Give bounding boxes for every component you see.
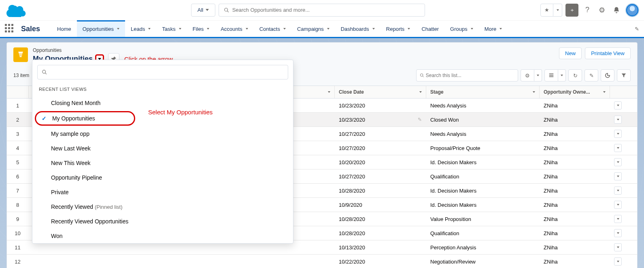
- row-action-menu[interactable]: [614, 187, 622, 195]
- col-owner[interactable]: Opportunity Owne...: [540, 86, 610, 98]
- col-close-date[interactable]: Close Date: [335, 86, 426, 98]
- nav-item-dashboards[interactable]: Dashboards: [335, 21, 380, 37]
- row-action-menu[interactable]: [614, 215, 622, 223]
- list-view-dropdown: RECENT LIST VIEWS Closing Next MonthMy O…: [32, 60, 293, 244]
- chevron-down-icon: [283, 28, 286, 30]
- list-controls-gear-menu[interactable]: [534, 69, 542, 81]
- filter-button[interactable]: [617, 69, 631, 81]
- setup-gear-icon[interactable]: ⚙: [596, 4, 608, 16]
- list-search[interactable]: [416, 69, 518, 81]
- inline-edit-button[interactable]: ✎: [584, 69, 598, 81]
- nav-item-contacts[interactable]: Contacts: [254, 21, 291, 37]
- col-stage[interactable]: Stage: [426, 86, 540, 98]
- chevron-down-icon[interactable]: [533, 91, 535, 93]
- list-view-search[interactable]: [37, 65, 288, 79]
- nav-item-groups[interactable]: Groups: [444, 21, 479, 37]
- svg-line-3: [45, 73, 46, 74]
- favorite-menu-button[interactable]: [553, 4, 562, 17]
- search-scope-button[interactable]: All: [191, 4, 215, 17]
- cell-close-date: 10/27/2020: [335, 127, 426, 141]
- cell-owner: ZNiha: [540, 198, 610, 212]
- nav-item-accounts[interactable]: Accounts: [215, 21, 253, 37]
- list-container: Opportunities My Opportunities Click on …: [6, 42, 638, 268]
- cell-owner: ZNiha: [540, 169, 610, 183]
- nav-item-label: Contacts: [259, 26, 280, 32]
- list-view-option[interactable]: New This Week: [32, 156, 293, 170]
- chevron-down-icon: [179, 28, 181, 30]
- help-icon[interactable]: ?: [582, 4, 593, 16]
- row-action-menu[interactable]: [614, 116, 622, 124]
- cell-row-number: 3: [7, 127, 29, 141]
- list-view-option[interactable]: New Last Week: [32, 141, 293, 156]
- user-avatar[interactable]: [625, 3, 639, 17]
- cell-row-number: 7: [7, 184, 29, 197]
- chevron-down-icon: [471, 28, 473, 30]
- chevron-down-icon: [617, 247, 619, 248]
- svg-rect-8: [549, 76, 554, 77]
- list-view-option-label: Recently Viewed Opportunities: [51, 218, 128, 225]
- chevron-down-icon: [617, 147, 619, 149]
- list-view-search-input[interactable]: [49, 69, 284, 75]
- nav-item-leads[interactable]: Leads: [125, 21, 156, 37]
- pencil-icon[interactable]: ✎: [418, 117, 422, 122]
- chevron-down-icon: [617, 204, 619, 206]
- row-action-menu[interactable]: [614, 201, 622, 209]
- nav-item-opportunities[interactable]: Opportunities: [77, 21, 125, 37]
- app-launcher-icon[interactable]: [5, 24, 15, 34]
- nav-item-more[interactable]: More: [479, 21, 508, 37]
- list-view-option[interactable]: My sample opp: [32, 126, 293, 141]
- cell-actions: [610, 240, 626, 254]
- nav-item-tasks[interactable]: Tasks: [156, 21, 187, 37]
- edit-nav-pencil-icon[interactable]: ✎: [635, 26, 639, 32]
- chevron-down-icon[interactable]: [328, 91, 330, 93]
- row-action-menu[interactable]: [614, 243, 622, 251]
- display-as-button[interactable]: [544, 69, 558, 81]
- row-action-menu[interactable]: [614, 101, 622, 109]
- list-view-option[interactable]: My Opportunities: [35, 111, 135, 126]
- chevron-down-icon[interactable]: [603, 91, 606, 93]
- cell-row-number: 12: [7, 255, 29, 268]
- chevron-down-icon: [617, 176, 619, 177]
- nav-item-campaigns[interactable]: Campaigns: [291, 21, 335, 37]
- nav-bar: Sales HomeOpportunitiesLeadsTasksFilesAc…: [0, 20, 644, 38]
- global-search-input[interactable]: [232, 7, 420, 13]
- table-row[interactable]: 1210/22/2020Negotiation/ReviewZNiha: [7, 255, 637, 268]
- cell-row-number: 2: [7, 113, 29, 126]
- nav-item-chatter[interactable]: Chatter: [416, 21, 444, 37]
- notifications-bell-icon[interactable]: [611, 4, 622, 16]
- list-view-option-label: New This Week: [51, 160, 91, 166]
- list-view-option[interactable]: Opportunity Pipeline: [32, 170, 293, 185]
- svg-rect-7: [549, 75, 554, 76]
- printable-view-button[interactable]: Printable View: [585, 47, 631, 59]
- row-action-menu[interactable]: [614, 172, 622, 180]
- list-view-option[interactable]: Won: [32, 229, 293, 243]
- nav-item-files[interactable]: Files: [187, 21, 215, 37]
- list-controls-gear-button[interactable]: ⚙: [521, 69, 534, 81]
- refresh-button[interactable]: ↻: [568, 69, 582, 81]
- cell-stage: Needs Analysis: [426, 99, 540, 112]
- display-as-menu[interactable]: [558, 69, 566, 81]
- row-action-menu[interactable]: [614, 130, 622, 138]
- list-search-input[interactable]: [426, 73, 514, 78]
- list-view-option[interactable]: Recently Viewed (Pinned list): [32, 199, 293, 214]
- favorite-button[interactable]: ★: [540, 4, 553, 17]
- nav-item-reports[interactable]: Reports: [380, 21, 416, 37]
- chevron-down-icon[interactable]: [419, 91, 422, 93]
- chart-button[interactable]: [601, 69, 614, 81]
- chevron-down-icon: [206, 9, 209, 11]
- row-action-menu[interactable]: [614, 229, 622, 237]
- row-action-menu[interactable]: [614, 144, 622, 152]
- nav-item-home[interactable]: Home: [51, 21, 77, 37]
- row-action-menu[interactable]: [614, 158, 622, 166]
- col-row-number: [7, 86, 29, 98]
- chevron-down-icon: [617, 190, 619, 191]
- global-add-button[interactable]: ＋: [565, 4, 578, 17]
- list-view-option[interactable]: Private: [32, 185, 293, 199]
- cell-actions: [610, 184, 626, 197]
- row-action-menu[interactable]: [614, 257, 622, 266]
- list-view-option[interactable]: Recently Viewed Opportunities: [32, 214, 293, 229]
- global-search[interactable]: [219, 4, 425, 17]
- chevron-down-icon: [617, 105, 619, 106]
- list-view-option[interactable]: Closing Next Month: [32, 96, 293, 110]
- new-button[interactable]: New: [559, 47, 582, 59]
